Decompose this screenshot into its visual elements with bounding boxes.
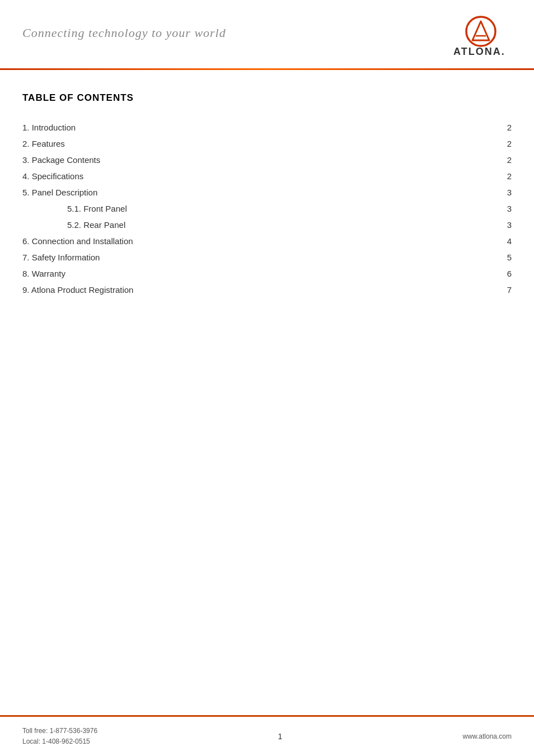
toc-item-page: 2 — [462, 168, 512, 184]
toc-item-label: 6. Connection and Installation — [22, 233, 462, 249]
toc-row: 3. Package Contents2 — [22, 152, 512, 168]
toc-item-page: 3 — [462, 184, 512, 200]
svg-text:ATLONA.: ATLONA. — [453, 46, 505, 57]
toc-item-page: 6 — [462, 265, 512, 282]
toc-item-label: 5. Panel Description — [22, 184, 462, 200]
toc-item-page: 5 — [462, 249, 512, 265]
toc-item-page: 3 — [462, 200, 512, 217]
toc-item-page: 3 — [462, 217, 512, 233]
main-content: TABLE OF CONTENTS 1. Introduction22. Fea… — [0, 70, 534, 715]
footer-local: Local: 1-408-962-0515 — [22, 736, 97, 747]
toc-item-label: 9. Atlona Product Registration — [22, 282, 462, 298]
atlona-logo: ATLONA. — [450, 16, 512, 60]
toc-item-page: 2 — [462, 152, 512, 168]
header: Connecting technology to your world ATLO… — [0, 0, 534, 60]
toc-row: 4. Specifications2 — [22, 168, 512, 184]
toc-item-label: 8. Warranty — [22, 265, 462, 282]
logo-area: ATLONA. — [450, 16, 512, 60]
toc-item-label: 4. Specifications — [22, 168, 462, 184]
footer-toll-free: Toll free: 1-877-536-3976 — [22, 726, 97, 736]
toc-item-label: 5.2. Rear Panel — [22, 217, 462, 233]
toc-row: 9. Atlona Product Registration7 — [22, 282, 512, 298]
toc-row: 2. Features2 — [22, 136, 512, 152]
toc-item-label: 3. Package Contents — [22, 152, 462, 168]
toc-item-label: 1. Introduction — [22, 119, 462, 136]
toc-item-page: 2 — [462, 119, 512, 136]
toc-row: 5. Panel Description3 — [22, 184, 512, 200]
toc-row: 1. Introduction2 — [22, 119, 512, 136]
toc-title: TABLE OF CONTENTS — [22, 92, 512, 104]
toc-row: 8. Warranty6 — [22, 265, 512, 282]
svg-marker-1 — [472, 21, 489, 40]
toc-row: 7. Safety Information5 — [22, 249, 512, 265]
toc-row: 5.1. Front Panel3 — [22, 200, 512, 217]
toc-table: 1. Introduction22. Features23. Package C… — [22, 119, 512, 298]
toc-item-label: 5.1. Front Panel — [22, 200, 462, 217]
toc-item-label: 7. Safety Information — [22, 249, 462, 265]
toc-item-page: 4 — [462, 233, 512, 249]
toc-row: 6. Connection and Installation4 — [22, 233, 512, 249]
toc-item-label: 2. Features — [22, 136, 462, 152]
footer-contact: Toll free: 1-877-536-3976 Local: 1-408-9… — [22, 726, 97, 747]
header-tagline: Connecting technology to your world — [22, 26, 226, 40]
toc-item-page: 7 — [462, 282, 512, 298]
footer: Toll free: 1-877-536-3976 Local: 1-408-9… — [0, 715, 534, 756]
toc-row: 5.2. Rear Panel3 — [22, 217, 512, 233]
page-wrapper: Connecting technology to your world ATLO… — [0, 0, 534, 756]
toc-item-page: 2 — [462, 136, 512, 152]
footer-website: www.atlona.com — [463, 732, 512, 740]
footer-page-number: 1 — [278, 732, 282, 741]
